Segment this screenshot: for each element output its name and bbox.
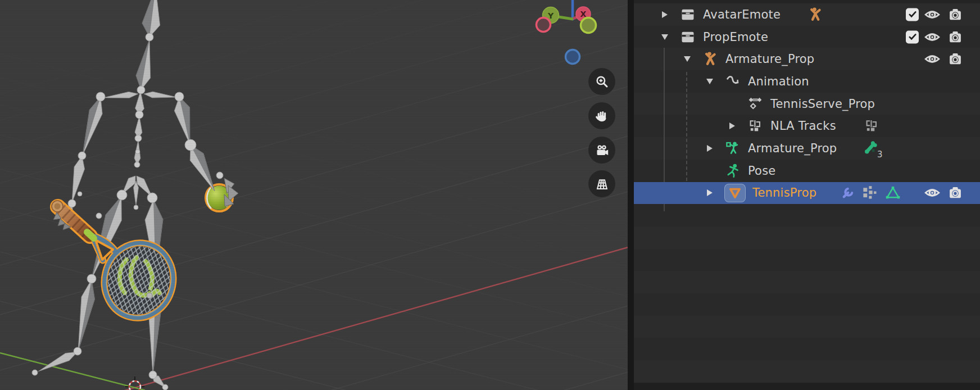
render-camera-toggle[interactable]: [947, 7, 964, 22]
gizmo-x-negative-handle[interactable]: [537, 18, 551, 32]
outliner-bottom-edge: [634, 383, 980, 390]
wrench-icon: [840, 184, 856, 201]
collapse-arrow-icon[interactable]: [657, 34, 673, 40]
action-icon: [747, 96, 764, 112]
row-label: AvatarEmote: [703, 8, 781, 21]
hide-eye-toggle[interactable]: [924, 185, 941, 200]
mesh-object-icon: [724, 184, 746, 201]
gizmo-z-negative-handle[interactable]: [566, 50, 580, 64]
viewport-3d[interactable]: X Y: [0, 0, 628, 390]
outliner-row-avataremote[interactable]: AvatarEmote: [634, 3, 980, 26]
pose-icon: [724, 162, 741, 179]
render-camera-toggle[interactable]: [947, 29, 964, 45]
armature-object-icon: [702, 51, 719, 67]
gizmo-x-label: X: [580, 10, 587, 19]
hide-eye-toggle[interactable]: [924, 7, 941, 22]
bone-icon: [862, 140, 879, 157]
row-label: Animation: [748, 75, 809, 88]
row-label: TennisProp: [752, 186, 816, 199]
outliner-row-animation[interactable]: Animation: [634, 70, 980, 93]
armature-icon: [807, 6, 824, 23]
camera-view-icon: [595, 143, 610, 158]
collection-icon: [679, 6, 696, 23]
expand-arrow-icon[interactable]: [724, 123, 740, 129]
blender-window: X Y: [0, 0, 980, 390]
render-camera-toggle[interactable]: [947, 51, 964, 67]
expand-arrow-icon[interactable]: [657, 11, 673, 18]
outliner-row-armature-prop-object[interactable]: Armature_Prop: [634, 48, 980, 70]
armature-data-icon: [724, 140, 741, 157]
outliner-row-propemote[interactable]: PropEmote: [634, 26, 980, 48]
collection-icon: [679, 29, 696, 46]
outliner-row-tennisprop[interactable]: TennisProp: [634, 182, 980, 205]
outliner-panel: AvatarEmote PropEmote: [634, 0, 980, 390]
row-label: Armature_Prop: [725, 52, 814, 66]
gizmo-y-axis-line: [559, 17, 573, 19]
nav-gizmo[interactable]: X Y: [528, 0, 628, 74]
panel-divider[interactable]: [628, 0, 634, 390]
modifier-icon: [861, 184, 878, 201]
outliner-row-pose[interactable]: Pose: [634, 160, 980, 182]
row-label: NLA Tracks: [770, 119, 836, 133]
exclude-checkbox[interactable]: [906, 8, 919, 21]
render-camera-toggle[interactable]: [947, 185, 964, 201]
mesh-data-icon: [884, 184, 901, 201]
collapse-arrow-icon[interactable]: [702, 79, 718, 84]
hide-eye-toggle[interactable]: [924, 52, 941, 66]
gizmo-y-negative-handle[interactable]: [581, 18, 596, 33]
nla-icon: [864, 118, 879, 134]
pan-hand-icon: [595, 108, 610, 124]
hide-eye-toggle[interactable]: [924, 30, 941, 44]
perspective-grid-icon: [595, 176, 610, 192]
exclude-checkbox[interactable]: [906, 30, 919, 43]
collapse-arrow-icon[interactable]: [679, 56, 695, 62]
row-label: Pose: [748, 164, 775, 178]
nla-icon: [747, 117, 764, 134]
outliner-row-armature-prop-data[interactable]: Armature_Prop 3: [634, 137, 980, 160]
row-label: Armature_Prop: [748, 142, 837, 155]
pan-button[interactable]: [588, 102, 615, 129]
camera-view-button[interactable]: [588, 137, 615, 164]
animation-icon: [724, 73, 741, 90]
bone-count-badge: 3: [877, 149, 883, 160]
expand-arrow-icon[interactable]: [702, 189, 718, 196]
row-label: TennisServe_Prop: [770, 97, 875, 111]
zoom-icon: [595, 74, 609, 89]
expand-arrow-icon[interactable]: [702, 145, 718, 152]
zoom-button[interactable]: [588, 68, 615, 95]
outliner-row-tennisserve-prop[interactable]: TennisServe_Prop: [634, 93, 980, 115]
outliner-row-nla-tracks[interactable]: NLA Tracks: [634, 115, 980, 138]
perspective-toggle-button[interactable]: [588, 170, 615, 197]
row-label: PropEmote: [703, 30, 768, 44]
